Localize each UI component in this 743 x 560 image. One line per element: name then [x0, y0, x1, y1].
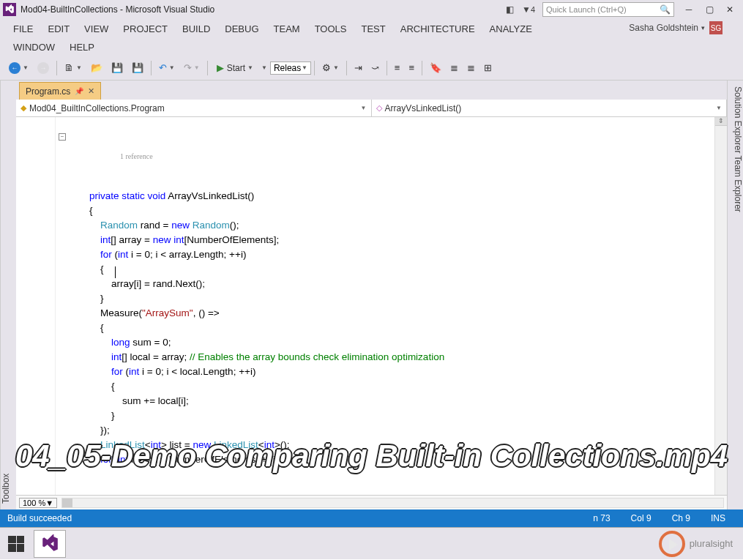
windows-logo-icon	[8, 536, 24, 552]
menu-project[interactable]: PROJECT	[116, 19, 175, 38]
code-line[interactable]: {	[67, 204, 714, 218]
toolbox-tab[interactable]: Toolbox	[0, 81, 16, 509]
start-debug-button[interactable]: ▶Start▼	[212, 61, 258, 75]
text-caret	[115, 266, 116, 278]
menu-debug[interactable]: DEBUG	[217, 19, 266, 38]
code-surface[interactable]: − 1 reference private static void ArrayV…	[16, 117, 727, 495]
redo-button[interactable]: ↷▼	[181, 61, 203, 75]
status-col: Col 9	[631, 513, 651, 523]
step-into-button[interactable]: ⇥	[351, 61, 365, 75]
codelens-references[interactable]: 1 reference	[67, 149, 714, 160]
menu-window[interactable]: WINDOW	[6, 38, 62, 56]
code-line[interactable]: long sum = 0;	[67, 335, 714, 350]
menu-view[interactable]: VIEW	[77, 19, 116, 38]
code-line[interactable]: Random rand = new Random();	[67, 218, 714, 233]
titlebar: Mod04-BuiltInCollections - Microsoft Vis…	[0, 0, 743, 19]
search-icon: 🔍	[660, 4, 671, 15]
code-line[interactable]: for (int i = 0; i < array.Length; ++i)	[67, 247, 714, 262]
uncomment-button[interactable]: ≣	[464, 61, 478, 75]
code-line[interactable]: for (int i = 0; i < local.Length; ++i)	[67, 365, 714, 379]
code-line[interactable]: LinkedList<int> list = new LinkedList<in…	[67, 438, 714, 452]
menu-help[interactable]: HELP	[62, 38, 102, 56]
code-gutter	[16, 117, 56, 495]
flag-icon[interactable]: ▼4	[523, 4, 534, 15]
class-icon: ◆	[20, 103, 26, 113]
code-line[interactable]: });	[67, 423, 714, 438]
code-line[interactable]: }	[67, 408, 714, 423]
bookmark-button[interactable]: 🔖	[427, 61, 444, 75]
toolbar: ←▼ → 🗎▼ 📂 💾 💾 ↶▼ ↷▼ ▶Start▼ ▼ Releas▼ ⚙▼…	[0, 56, 743, 81]
right-tool-tabs[interactable]: Solution Explorer Team Explorer	[727, 81, 743, 509]
step-over-button[interactable]: ⤻	[368, 61, 382, 75]
split-handle[interactable]: ⇕	[715, 117, 727, 126]
class-selector[interactable]: ◆ Mod04_BuiltInCollections.Program ▼	[16, 100, 372, 116]
status-line: n 73	[593, 513, 610, 523]
pluralsight-logo: pluralsight	[659, 531, 733, 557]
status-ins: INS	[711, 513, 725, 523]
start-menu-button[interactable]	[0, 528, 32, 560]
file-tab-program[interactable]: Program.cs 📌 ✕	[19, 82, 101, 100]
menubar: FILEEDITVIEWPROJECTBUILDDEBUGTEAMTOOLSTE…	[0, 19, 743, 56]
build-status: Build succeeded	[7, 513, 72, 523]
vertical-scrollbar[interactable]: ⇕	[714, 117, 727, 495]
maximize-button[interactable]: ▢	[702, 4, 717, 15]
windows-taskbar: pluralsight	[0, 527, 743, 559]
code-line[interactable]: {	[67, 379, 714, 394]
process-button[interactable]: ⚙▼	[319, 61, 342, 75]
user-avatar: SG	[709, 21, 723, 34]
window-title: Mod04-BuiltInCollections - Microsoft Vis…	[20, 4, 214, 15]
status-ch: Ch 9	[672, 513, 690, 523]
menu-tools[interactable]: TOOLS	[307, 19, 354, 38]
save-all-button[interactable]: 💾	[129, 61, 146, 75]
code-line[interactable]: sum += local[i];	[67, 394, 714, 408]
nav-fwd-button[interactable]: →	[34, 61, 52, 75]
indent-button[interactable]: ≡	[406, 61, 417, 75]
suspend-icon[interactable]: ◧	[504, 4, 515, 15]
menu-team[interactable]: TEAM	[266, 19, 307, 38]
quick-launch-input[interactable]: Quick Launch (Ctrl+Q) 🔍	[542, 2, 674, 17]
statusbar: Build succeeded n 73 Col 9 Ch 9 INS	[0, 509, 743, 527]
code-line[interactable]: {	[67, 321, 714, 335]
open-button[interactable]: 📂	[88, 61, 105, 75]
member-selector[interactable]: ◇ ArrayVsLinkedList() ▼	[372, 100, 728, 116]
find-button[interactable]: ⊞	[481, 61, 495, 75]
outline-toggle[interactable]: −	[59, 133, 66, 141]
zoom-selector[interactable]: 100 %▼	[19, 498, 57, 508]
code-line[interactable]: Measure("ArraySum", () =>	[67, 306, 714, 321]
code-line[interactable]: array[i] = rand.Next();	[67, 277, 714, 291]
code-line[interactable]: {	[67, 262, 714, 277]
pin-icon[interactable]: 📌	[75, 87, 83, 95]
code-line[interactable]: }	[67, 291, 714, 306]
navigation-bar: ◆ Mod04_BuiltInCollections.Program ▼ ◇ A…	[16, 100, 727, 117]
close-tab-icon[interactable]: ✕	[88, 86, 94, 96]
editor-footer: 100 %▼	[16, 495, 727, 509]
menu-edit[interactable]: EDIT	[40, 19, 77, 38]
close-button[interactable]: ✕	[723, 4, 737, 15]
minimize-button[interactable]: ─	[682, 4, 696, 15]
outdent-button[interactable]: ≡	[392, 61, 403, 75]
taskbar-vs-button[interactable]	[34, 530, 66, 558]
code-line[interactable]: int[] local = array; // Enables the arra…	[67, 350, 714, 365]
comment-button[interactable]: ≣	[447, 61, 461, 75]
nav-back-button[interactable]: ←▼	[6, 61, 31, 75]
method-icon: ◇	[376, 103, 382, 113]
menu-architecture[interactable]: ARCHITECTURE	[393, 19, 482, 38]
menu-analyze[interactable]: ANALYZE	[482, 19, 539, 38]
code-line[interactable]: int[] array = new int[NumberOfElements];	[67, 233, 714, 247]
document-tabs: Program.cs 📌 ✕	[16, 81, 727, 100]
menu-file[interactable]: FILE	[6, 19, 40, 38]
menu-build[interactable]: BUILD	[175, 19, 217, 38]
signed-in-user[interactable]: Sasha Goldshtein▾ SG	[629, 21, 723, 34]
save-button[interactable]: 💾	[108, 61, 126, 75]
menu-test[interactable]: TEST	[354, 19, 393, 38]
undo-button[interactable]: ↶▼	[156, 61, 178, 75]
build-config-select[interactable]: Releas▼	[270, 61, 311, 75]
new-project-button[interactable]: 🗎▼	[61, 61, 85, 75]
vs-logo-icon	[3, 3, 16, 16]
code-line[interactable]: private static void ArrayVsLinkedList()	[67, 189, 714, 204]
code-line[interactable]: for (int i = 0; i < NumberOfElements; ++…	[67, 452, 714, 467]
code-editor: Program.cs 📌 ✕ ◆ Mod04_BuiltInCollection…	[16, 81, 727, 509]
play-icon	[659, 531, 685, 557]
horizontal-scrollbar[interactable]	[61, 498, 724, 508]
